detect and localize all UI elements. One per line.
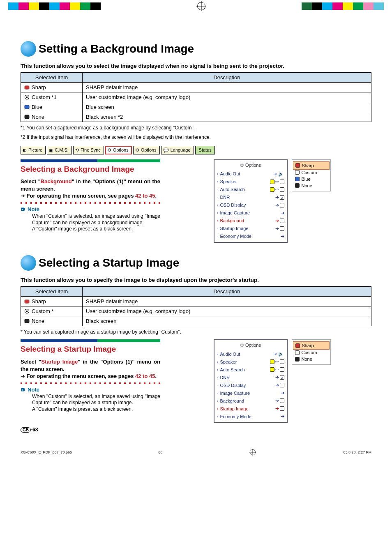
legend-row-none[interactable]: None [295, 182, 327, 189]
osd-row-dnr[interactable]: ▫DNR➔ 2 [217, 193, 284, 201]
note-label: Note [21, 206, 160, 212]
osd-row-osd-display[interactable]: ▫OSD Display➔ [217, 381, 284, 389]
tab-label: C.M.S. [55, 147, 69, 152]
osd-row-audio-out[interactable]: ▫Audio Out➔ 🔈 [217, 350, 284, 358]
tab-label: Options [141, 147, 157, 152]
footer-row: XG-C60X_E_PDF_p67_70.p65 68 03.8.28, 2:2… [0, 445, 392, 458]
th-desc: Description [83, 286, 371, 296]
bullet-icon [21, 255, 36, 271]
osd-indicator: ⇨ [270, 367, 284, 372]
legend-row-blue[interactable]: Blue [295, 176, 327, 182]
osd-row-icon: ▫ [217, 171, 219, 176]
th-selected: Selected Item [21, 73, 83, 83]
legend-swatch-icon [295, 163, 300, 168]
dot-rule [21, 202, 160, 204]
osd-row-economy-mode[interactable]: ▫Economy Mode➔ [217, 412, 284, 420]
osd-indicator: ➔ [275, 203, 284, 208]
footer-stamp: 03.8.28, 2:27 PM [343, 450, 371, 454]
sub2-instr: Select "Startup Image" in the "Options (… [21, 358, 160, 380]
tab-label: Options [113, 147, 129, 152]
eye-icon [24, 309, 30, 314]
legend-row-sharp[interactable]: Sharp [293, 341, 330, 350]
table-header: Selected Item Description [21, 286, 371, 296]
tab-picture[interactable]: ◐Picture [21, 146, 46, 154]
osd-panel-1: ⚙ Options▫Audio Out➔ 🔈▫Speaker ⇨ ▫Auto S… [214, 159, 288, 243]
osd-indicator: ➔ [275, 218, 284, 223]
osd-row-background[interactable]: ▫Background➔ [217, 217, 284, 225]
tab-label: Status [199, 147, 212, 152]
footnote-2: *2 If the input signal has interference,… [21, 134, 371, 141]
tab-finesync[interactable]: ⟲Fine Sync [73, 146, 104, 154]
section2-title: Selecting a Startup Image [21, 255, 371, 271]
osd-row-icon: ▫ [217, 210, 219, 215]
table-row: NoneBlack screen *2 [21, 112, 371, 122]
lang-icon: 💬 [163, 147, 169, 153]
note-icon [21, 387, 26, 392]
osd-indicator: ➔ [275, 226, 284, 231]
osd-row-icon: ▫ [217, 203, 219, 207]
table-row: NoneBlack screen [21, 316, 371, 326]
note-icon [21, 207, 26, 212]
logo-icon [24, 85, 30, 90]
legend-row-sharp[interactable]: Sharp [293, 161, 330, 170]
osd-row-speaker[interactable]: ▫Speaker ⇨ [217, 358, 284, 366]
color-bar-left [8, 2, 101, 10]
svg-rect-4 [25, 115, 29, 119]
osd-row-auto-search[interactable]: ▫Auto Search ⇨ [217, 366, 284, 373]
osd-row-icon: ▫ [217, 367, 219, 372]
page-number-block: GB-68 [21, 427, 371, 433]
osd-indicator: ➔ 2 [275, 195, 284, 200]
note-body1: When "Custom" is selected, an image save… [32, 394, 160, 406]
legend-swatch-icon [295, 183, 300, 188]
color-bar-right [302, 2, 384, 10]
osd-row-speaker[interactable]: ▫Speaker ⇨ [217, 178, 284, 186]
osd-row-dnr[interactable]: ▫DNR➔ 2 [217, 373, 284, 381]
register-mark-icon [250, 449, 256, 455]
tab-options[interactable]: ⚙Options [133, 146, 160, 154]
legend-swatch-icon [295, 177, 300, 181]
osd-row-audio-out[interactable]: ▫Audio Out➔ 🔈 [217, 170, 284, 178]
tab-label: Language [171, 147, 191, 152]
legend-row-custom[interactable]: Custom [295, 169, 327, 176]
osd-row-osd-display[interactable]: ▫OSD Display➔ [217, 201, 284, 209]
pic-icon: ◐ [23, 147, 27, 153]
eye-icon [24, 94, 30, 100]
page-number: -68 [31, 427, 38, 433]
register-mark-icon [197, 2, 205, 10]
osd-row-startup-image[interactable]: ▫Startup Image➔ [217, 225, 284, 233]
legend-row-custom[interactable]: Custom [295, 349, 327, 356]
opt-icon: ⚙ [107, 147, 111, 153]
osd-indicator: ➔ 2 [275, 375, 284, 380]
legend-row-none[interactable]: None [295, 356, 327, 362]
tab-cms[interactable]: ▣C.M.S. [47, 146, 72, 154]
osd-row-icon: ▫ [217, 383, 219, 388]
section2-title-text: Selecting a Startup Image [39, 256, 179, 269]
footer-num: 68 [158, 450, 162, 454]
sub1-arrow: For operating the menu screen, see pages [27, 193, 135, 199]
osd-row-icon: ▫ [217, 218, 219, 223]
osd-indicator: ➔ [275, 398, 284, 403]
osd-indicator: ➔ [281, 210, 284, 216]
logo-icon [24, 299, 30, 304]
osd-indicator: ➔ [281, 414, 284, 419]
osd-row-auto-search[interactable]: ▫Auto Search ⇨ [217, 186, 284, 193]
osd-indicator: ➔ [275, 406, 284, 411]
tab-status[interactable]: Status [195, 146, 215, 154]
black-icon [24, 114, 30, 120]
osd-row-icon: ▫ [217, 375, 219, 380]
startup-table: Selected Item Description SharpSHARP def… [21, 286, 371, 326]
osd-row-image-capture[interactable]: ▫Image Capture➔ [217, 389, 284, 397]
tab-options[interactable]: ⚙Options [105, 146, 132, 154]
table-row: Custom *User customized image (e.g. comp… [21, 306, 371, 316]
sub1-hl: Background [41, 178, 72, 184]
prepress-top [0, 0, 392, 12]
legend-label: Blue [302, 177, 311, 182]
osd-row-economy-mode[interactable]: ▫Economy Mode➔ [217, 233, 284, 240]
svg-point-7 [26, 310, 28, 312]
th-selected: Selected Item [21, 286, 83, 296]
legend-swatch-icon [295, 350, 300, 355]
osd-row-startup-image[interactable]: ▫Startup Image➔ [217, 405, 284, 412]
osd-row-image-capture[interactable]: ▫Image Capture➔ [217, 209, 284, 217]
tab-language[interactable]: 💬Language [161, 146, 194, 154]
osd-row-background[interactable]: ▫Background➔ [217, 397, 284, 405]
